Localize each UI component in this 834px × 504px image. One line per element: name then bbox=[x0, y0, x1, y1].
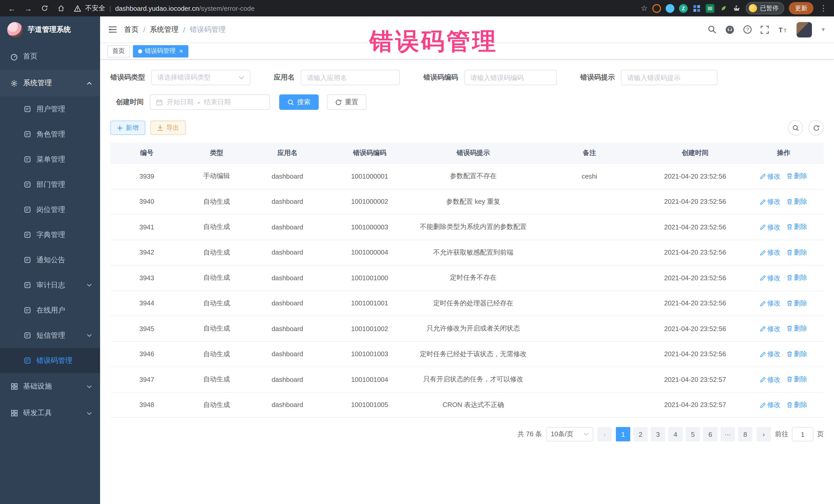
extension-ring-icon[interactable] bbox=[652, 4, 661, 13]
delete-button[interactable]: 删除 bbox=[787, 324, 807, 333]
edit-button[interactable]: 修改 bbox=[760, 197, 781, 206]
page-button[interactable]: 1 bbox=[616, 427, 630, 441]
profile-paused-chip[interactable]: 已暂停 bbox=[746, 2, 784, 14]
sidebar-item[interactable]: 审计日志 bbox=[0, 272, 100, 298]
home-icon[interactable] bbox=[54, 2, 68, 15]
cell-operations: 修改 删除 bbox=[743, 392, 824, 418]
sidebar-item[interactable]: 部门管理 bbox=[0, 172, 100, 197]
forward-icon[interactable]: → bbox=[22, 2, 35, 15]
cell-hint: 定时任务已经处于该状态，无需修改 bbox=[414, 341, 532, 367]
cell-type: 自动生成 bbox=[183, 316, 250, 341]
extension-leaf-icon[interactable] bbox=[719, 4, 728, 13]
view-tab[interactable]: 错误码管理 × bbox=[133, 45, 188, 57]
extension-z-icon[interactable]: Z bbox=[679, 4, 688, 13]
edit-button[interactable]: 修改 bbox=[760, 222, 781, 232]
sidebar-item[interactable]: 通知公告 bbox=[0, 247, 100, 272]
edit-button[interactable]: 修改 bbox=[760, 375, 781, 384]
cell-type: 自动生成 bbox=[183, 290, 250, 316]
delete-button[interactable]: 删除 bbox=[787, 171, 807, 181]
extension-green-badge-icon[interactable] bbox=[706, 4, 715, 13]
trash-icon bbox=[787, 198, 792, 204]
update-button[interactable]: 更新 bbox=[789, 2, 813, 14]
add-button[interactable]: 新增 bbox=[110, 120, 145, 135]
sidebar-item[interactable]: 短信管理 bbox=[0, 323, 100, 348]
delete-button[interactable]: 删除 bbox=[787, 299, 807, 308]
cell-code: 1001000003 bbox=[325, 214, 414, 240]
page-button[interactable]: 5 bbox=[686, 427, 700, 441]
sidebar-item[interactable]: 基础设施 bbox=[0, 373, 100, 400]
search-icon[interactable] bbox=[708, 25, 717, 34]
font-size-icon[interactable]: TT bbox=[777, 25, 788, 34]
sidebar-item-home[interactable]: 首页 bbox=[0, 43, 100, 70]
breadcrumb-separator: / bbox=[143, 25, 145, 34]
page-size-select[interactable]: 10条/页 bbox=[546, 427, 593, 441]
extension-drop-icon[interactable] bbox=[666, 4, 674, 13]
column-header: 编号 bbox=[110, 143, 183, 163]
app-logo[interactable]: 芋道管理系统 bbox=[0, 17, 100, 43]
error-code-input[interactable] bbox=[470, 74, 550, 81]
delete-button[interactable]: 删除 bbox=[787, 248, 807, 257]
sidebar-item[interactable]: 研发工具 bbox=[0, 400, 100, 426]
github-icon[interactable] bbox=[725, 25, 734, 34]
export-button[interactable]: 导出 bbox=[150, 120, 186, 135]
bookmark-star-icon[interactable]: ☆ bbox=[641, 4, 648, 13]
cell-hint: 不能删除类型为系统内置的参数配置 bbox=[414, 214, 532, 240]
page-button[interactable]: 3 bbox=[651, 427, 665, 441]
reload-icon[interactable] bbox=[38, 2, 51, 15]
error-hint-input[interactable] bbox=[627, 74, 711, 81]
goto-page-input[interactable] bbox=[792, 427, 813, 441]
edit-button[interactable]: 修改 bbox=[760, 248, 781, 257]
sidebar-item[interactable]: 岗位管理 bbox=[0, 197, 100, 222]
extension-grid-icon[interactable] bbox=[692, 4, 701, 13]
sidebar-item[interactable]: 错误码管理 bbox=[0, 348, 100, 373]
delete-button[interactable]: 删除 bbox=[787, 197, 807, 206]
delete-button[interactable]: 删除 bbox=[787, 273, 807, 282]
app-name-input[interactable] bbox=[307, 74, 394, 81]
sidebar-item[interactable]: 菜单管理 bbox=[0, 147, 100, 172]
extensions-puzzle-icon[interactable] bbox=[732, 4, 741, 13]
refresh-table-icon[interactable] bbox=[808, 120, 824, 135]
edit-button[interactable]: 修改 bbox=[760, 350, 781, 359]
error-type-select[interactable]: 请选择错误码类型 bbox=[151, 70, 250, 85]
sidebar-item-system[interactable]: 系统管理 bbox=[0, 70, 100, 96]
pencil-icon bbox=[760, 402, 766, 408]
search-button[interactable]: 搜索 bbox=[279, 94, 319, 110]
reset-button[interactable]: 重置 bbox=[327, 94, 367, 110]
page-button[interactable]: 4 bbox=[668, 427, 683, 441]
collapse-sidebar-icon[interactable] bbox=[108, 26, 117, 34]
chevron-down-icon bbox=[87, 411, 92, 415]
toggle-search-icon[interactable] bbox=[788, 120, 803, 135]
edit-button[interactable]: 修改 bbox=[760, 324, 781, 333]
security-warning-icon[interactable] bbox=[74, 5, 81, 12]
edit-button[interactable]: 修改 bbox=[760, 299, 781, 308]
edit-button[interactable]: 修改 bbox=[760, 172, 781, 181]
page-button[interactable]: 8 bbox=[738, 427, 752, 441]
edit-button[interactable]: 修改 bbox=[760, 273, 781, 283]
browser-menu-icon[interactable]: ⋮ bbox=[818, 4, 829, 13]
page-button[interactable]: 2 bbox=[633, 427, 648, 441]
sidebar-item[interactable]: 字典管理 bbox=[0, 222, 100, 247]
fullscreen-icon[interactable] bbox=[761, 25, 769, 34]
edit-button[interactable]: 修改 bbox=[760, 400, 781, 410]
sidebar-item[interactable]: 用户管理 bbox=[0, 96, 100, 122]
breadcrumb-home[interactable]: 首页 bbox=[124, 25, 138, 34]
delete-button[interactable]: 删除 bbox=[787, 400, 807, 409]
sidebar-item[interactable]: 角色管理 bbox=[0, 122, 100, 147]
page-button[interactable]: 6 bbox=[703, 427, 718, 441]
breadcrumb-system[interactable]: 系统管理 bbox=[150, 25, 179, 34]
help-icon[interactable]: ? bbox=[743, 25, 752, 34]
delete-button[interactable]: 删除 bbox=[787, 375, 807, 384]
sidebar-item[interactable]: 在线用户 bbox=[0, 298, 100, 323]
close-icon[interactable]: × bbox=[178, 48, 183, 54]
date-range-picker[interactable]: 开始日期 - 结束日期 bbox=[150, 94, 270, 110]
page-button[interactable]: ··· bbox=[721, 427, 735, 441]
avatar-caret-icon[interactable]: ▼ bbox=[821, 27, 826, 32]
prev-page-button[interactable]: ‹ bbox=[597, 427, 612, 441]
back-icon[interactable]: ← bbox=[5, 2, 19, 15]
user-avatar[interactable] bbox=[796, 22, 812, 37]
delete-button[interactable]: 删除 bbox=[787, 349, 807, 358]
next-page-button[interactable]: › bbox=[756, 427, 771, 441]
delete-button[interactable]: 删除 bbox=[787, 222, 807, 232]
view-tab[interactable]: 首页 × bbox=[107, 45, 130, 57]
address-bar[interactable]: 不安全 | dashboard.yudao.iocoder.cn/system/… bbox=[74, 4, 638, 13]
